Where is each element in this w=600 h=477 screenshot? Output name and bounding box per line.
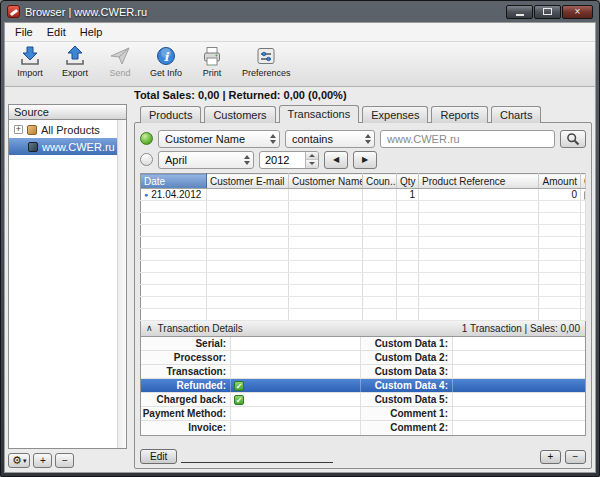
transaction-row[interactable]: ●21.04.2012 1 0 (141, 189, 586, 201)
empty-transaction-row[interactable] (141, 225, 586, 237)
empty-transaction-row[interactable] (141, 249, 586, 261)
detail-value-transaction[interactable] (231, 365, 361, 378)
search-filter-radio[interactable] (140, 132, 153, 145)
column-header-c[interactable]: C (581, 174, 586, 189)
maximize-button[interactable] (534, 5, 561, 19)
detail-value-custom-data-5[interactable] (453, 393, 585, 406)
search-input[interactable] (380, 130, 555, 148)
preferences-button[interactable]: Preferences (242, 45, 291, 78)
cell-customer-email (207, 189, 289, 201)
empty-transaction-row[interactable] (141, 201, 586, 213)
sidebar-scrollbar[interactable] (117, 120, 126, 448)
column-header-country[interactable]: Coun... (363, 174, 397, 189)
close-button[interactable]: × (562, 5, 593, 19)
column-header-qty[interactable]: Qty (397, 174, 419, 189)
caret-down-icon: ▾ (23, 455, 27, 467)
export-button[interactable]: Export (60, 45, 90, 78)
detail-row[interactable]: Invoice: Comment 2: (141, 421, 585, 435)
detail-value-custom-data-3[interactable] (453, 365, 585, 378)
tab-products[interactable]: Products (140, 106, 201, 123)
charged-back-checkbox[interactable]: ✓ (234, 395, 244, 405)
main-area: Products Customers Transactions Expenses… (134, 104, 592, 469)
sidebar-item-all-products[interactable]: + All Products (9, 121, 126, 138)
totals-status: Total Sales: 0,00 | Returned: 0,00 (0,00… (5, 87, 595, 104)
print-button[interactable]: Print (197, 45, 227, 78)
year-spinner[interactable]: 2012 (259, 151, 319, 169)
detail-label-payment-method: Payment Method: (141, 407, 231, 420)
detail-label-custom-data-4: Custom Data 4: (361, 379, 453, 392)
sidebar-remove-button[interactable]: − (55, 453, 74, 468)
column-header-amount[interactable]: Amount (539, 174, 581, 189)
combo-arrows-icon (244, 155, 250, 165)
tab-expenses[interactable]: Expenses (362, 106, 428, 123)
previous-period-button[interactable]: ◀ (324, 151, 348, 169)
minimize-button[interactable] (506, 5, 533, 19)
transaction-summary: 1 Transaction | Sales: 0,00 (462, 323, 580, 334)
sidebar-add-button[interactable]: + (33, 453, 52, 468)
month-combo[interactable]: April (158, 151, 254, 169)
spin-down-icon[interactable] (306, 160, 318, 168)
transaction-details-header[interactable]: ∧ Transaction Details 1 Transaction | Sa… (140, 321, 586, 337)
close-icon: × (575, 7, 581, 17)
expand-icon[interactable]: + (14, 125, 23, 134)
detail-row[interactable]: Transaction: Custom Data 3: (141, 365, 585, 379)
empty-transaction-row[interactable] (141, 261, 586, 273)
detail-row[interactable]: Serial: Custom Data 1: (141, 337, 585, 351)
sidebar-item-site[interactable]: www.CWER.ru (9, 138, 126, 155)
detail-row[interactable]: Payment Method: Comment 1: (141, 407, 585, 421)
column-header-customer-name[interactable]: Customer Name (289, 174, 363, 189)
next-period-button[interactable]: ▶ (353, 151, 377, 169)
menubar: File Edit Help (5, 23, 595, 42)
column-header-customer-email[interactable]: Customer E-mail (207, 174, 289, 189)
detail-row[interactable]: Charged back: ✓ Custom Data 5: (141, 393, 585, 407)
menu-edit[interactable]: Edit (40, 24, 73, 40)
tab-charts[interactable]: Charts (491, 106, 541, 123)
column-header-product-reference[interactable]: Product Reference (419, 174, 539, 189)
send-button[interactable]: Send (105, 45, 135, 78)
titlebar[interactable]: Browser | www.CWER.ru × (1, 1, 599, 22)
detail-label-custom-data-5: Custom Data 5: (361, 393, 453, 406)
preferences-label: Preferences (242, 68, 291, 78)
add-transaction-button[interactable]: + (540, 450, 561, 464)
detail-value-refunded[interactable]: ✓ (231, 379, 361, 392)
tab-reports[interactable]: Reports (431, 106, 488, 123)
detail-row-selected[interactable]: Refunded: ✓ Custom Data 4: (141, 379, 585, 393)
detail-value-custom-data-4[interactable] (453, 379, 585, 392)
collapse-icon[interactable]: ∧ (146, 324, 153, 333)
tab-transactions[interactable]: Transactions (279, 105, 360, 123)
detail-value-custom-data-2[interactable] (453, 351, 585, 364)
detail-row[interactable]: Processor: Custom Data 2: (141, 351, 585, 365)
date-filter-radio[interactable] (140, 153, 153, 166)
refunded-checkbox[interactable]: ✓ (234, 381, 244, 391)
detail-value-invoice[interactable] (231, 421, 361, 435)
empty-transaction-row[interactable] (141, 237, 586, 249)
column-header-date[interactable]: Date (141, 174, 207, 189)
cell-customer-name (289, 189, 363, 201)
detail-value-processor[interactable] (231, 351, 361, 364)
empty-transaction-row[interactable] (141, 273, 586, 285)
search-operator-combo[interactable]: contains (285, 130, 375, 148)
spin-up-icon[interactable] (306, 152, 318, 161)
tab-customers[interactable]: Customers (204, 106, 275, 123)
detail-label-custom-data-2: Custom Data 2: (361, 351, 453, 364)
detail-value-serial[interactable] (231, 337, 361, 350)
actions-menu-button[interactable]: ⚙ ▾ (8, 453, 30, 468)
detail-value-payment-method[interactable] (231, 407, 361, 420)
empty-transaction-row[interactable] (141, 213, 586, 225)
empty-transaction-row[interactable] (141, 297, 586, 309)
detail-value-custom-data-1[interactable] (453, 337, 585, 350)
get-info-button[interactable]: i Get Info (150, 45, 182, 78)
search-button[interactable] (560, 130, 586, 148)
menu-file[interactable]: File (8, 24, 40, 40)
detail-value-comment-1[interactable] (453, 407, 585, 420)
search-field-combo[interactable]: Customer Name (158, 130, 280, 148)
row-checkbox[interactable] (584, 191, 586, 200)
empty-transaction-row[interactable] (141, 285, 586, 297)
detail-value-charged-back[interactable]: ✓ (231, 393, 361, 406)
remove-transaction-button[interactable]: − (565, 450, 586, 464)
detail-value-comment-2[interactable] (453, 421, 585, 435)
empty-transaction-row[interactable] (141, 309, 586, 321)
menu-help[interactable]: Help (73, 24, 110, 40)
edit-button[interactable]: Edit (140, 449, 177, 464)
import-button[interactable]: Import (15, 45, 45, 78)
